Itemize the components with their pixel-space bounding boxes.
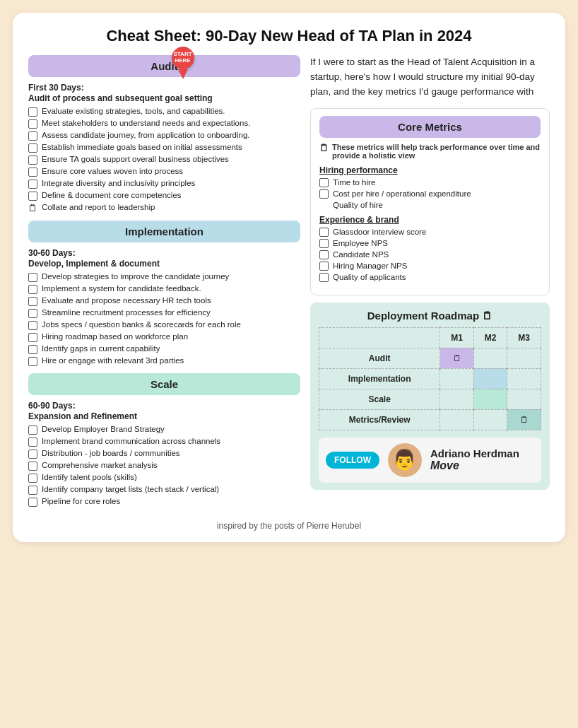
list-item: Comprehensive market analysis [28,461,300,471]
experience-brand-label: Experience & brand [319,215,541,225]
checkbox[interactable] [28,333,37,342]
list-item: Implement brand communication across cha… [28,437,300,447]
avatar-icon: 👨 [392,448,417,471]
experience-brand-list: Glassdoor interview score Employee NPS C… [319,228,541,282]
checkbox[interactable] [28,486,37,495]
checkbox[interactable] [28,143,37,153]
list-item: Quality of applicants [319,273,541,282]
author-row: FOLLOW 👨 Adriano Herdman Move [319,438,541,483]
checkbox[interactable] [28,131,37,141]
roadmap-cell-scale-m3 [507,389,541,409]
deployment-roadmap-title: Deployment Roadmap 🗒 [319,310,541,322]
checkbox[interactable] [28,107,37,117]
metrics-note: 🗒 These metrics will help track performa… [319,143,541,160]
left-column: Audit STARTHERE First 30 Days: Audit of … [28,55,300,514]
checkbox[interactable] [28,180,37,189]
checkbox[interactable] [319,228,329,237]
checkbox[interactable] [28,309,37,318]
checkbox[interactable] [28,474,37,483]
roadmap-cell-metrics-m1 [440,409,474,430]
checkbox[interactable] [28,273,37,282]
author-brand: Move [430,459,534,472]
list-item: Pipeline for core roles [28,497,300,507]
list-item: Hiring roadmap based on workforce plan [28,332,300,342]
checkbox[interactable] [28,425,37,435]
checkbox[interactable] [28,155,37,165]
follow-button[interactable]: FOLLOW [326,452,379,469]
list-item: Meet stakeholders to understand needs an… [28,119,300,129]
author-info: Adriano Herdman Move [430,447,534,472]
checkbox[interactable] [28,297,37,306]
list-item: Glassdoor interview score [319,228,541,237]
note-icon: 🗒 [319,143,329,153]
footer-text: inspired by the posts of Pierre Herubel [28,521,550,531]
checkbox[interactable] [319,239,329,248]
checkbox[interactable] [28,498,37,507]
list-item: Implement a system for candidate feedbac… [28,284,300,294]
checkbox[interactable] [28,192,37,201]
list-item: Establish immediate goals based on initi… [28,143,300,153]
impl-days-label: 30-60 Days: [28,248,300,258]
list-item: Cost per hire / operational expenditure [319,189,541,199]
list-item: Streamline recruitment processes for eff… [28,308,300,318]
checkbox[interactable] [28,438,37,447]
main-page: Cheat Sheet: 90-Day New Head of TA Plan … [13,13,565,542]
checkbox[interactable] [28,321,37,330]
impl-checklist: Develop strategies to improve the candid… [28,272,300,366]
checkbox[interactable] [319,262,329,271]
roadmap-cell-audit-m2 [473,348,507,368]
list-item: Jobs specs / question banks & scorecards… [28,320,300,330]
author-name: Adriano Herdman [430,447,534,459]
list-item: Employee NPS [319,239,541,248]
scale-header: Scale [28,373,300,395]
checkbox[interactable] [319,250,329,259]
pin-tail [178,69,188,79]
audit-header: Audit [28,55,300,77]
intro-text: If I were to start as the Head of Talent… [310,55,550,100]
table-row: Audit 🗒 [319,348,541,368]
scale-days-label: 60-90 Days: [28,401,300,411]
list-item: Hiring Manager NPS [319,262,541,271]
checkbox[interactable] [28,285,37,294]
right-column: If I were to start as the Head of Talent… [310,55,550,514]
scale-section: Scale 60-90 Days: Expansion and Refineme… [28,373,300,507]
core-metrics-box: Core Metrics 🗒 These metrics will help t… [310,108,550,295]
page-title: Cheat Sheet: 90-Day New Head of TA Plan … [28,27,550,45]
checkbox[interactable] [28,357,37,366]
row-label-impl: Implementation [319,368,440,389]
list-item: Candidate NPS [319,250,541,259]
start-here-pin: STARTHERE [172,47,194,79]
list-item: Evaluate existing strategies, tools, and… [28,107,300,117]
checkbox[interactable] [319,189,329,199]
core-metrics-header: Core Metrics [319,116,541,138]
table-row: Scale [319,389,541,409]
implementation-section: Implementation 30-60 Days: Develop, Impl… [28,221,300,366]
checkbox[interactable] [28,168,37,177]
roadmap-cell-scale-m1 [440,389,474,409]
table-header-m2: M2 [473,327,507,348]
checkbox[interactable] [319,178,329,187]
start-here-badge: STARTHERE [172,47,194,69]
roadmap-cell-impl-m1 [440,368,474,389]
scale-checklist: Develop Employer Brand Strategy Implemen… [28,425,300,507]
row-label-scale: Scale [319,389,440,409]
hiring-performance-label: Hiring performance [319,165,541,175]
impl-sub-label: Develop, Implement & document [28,259,300,269]
avatar: 👨 [388,443,422,477]
scale-sub-label: Expansion and Refinement [28,411,300,421]
checkbox[interactable] [28,119,37,129]
table-header-empty [319,327,440,348]
roadmap-table: M1 M2 M3 Audit 🗒 Implemen [319,327,541,430]
checkbox[interactable] [28,450,37,459]
list-item: Hire or engage with relevant 3rd parties [28,356,300,366]
checkbox[interactable] [28,345,37,354]
list-item: Quality of hire [319,201,541,209]
checkbox[interactable] [28,462,37,471]
roadmap-cell-audit-m1: 🗒 [440,348,474,368]
table-row: Implementation [319,368,541,389]
hiring-performance-list: Time to hire Cost per hire / operational… [319,178,541,209]
checkbox[interactable] [319,273,329,282]
list-item: Define & document core competencies [28,191,300,201]
audit-section: Audit STARTHERE First 30 Days: Audit of … [28,55,300,213]
list-item: Integrate diversity and inclusivity prin… [28,179,300,189]
